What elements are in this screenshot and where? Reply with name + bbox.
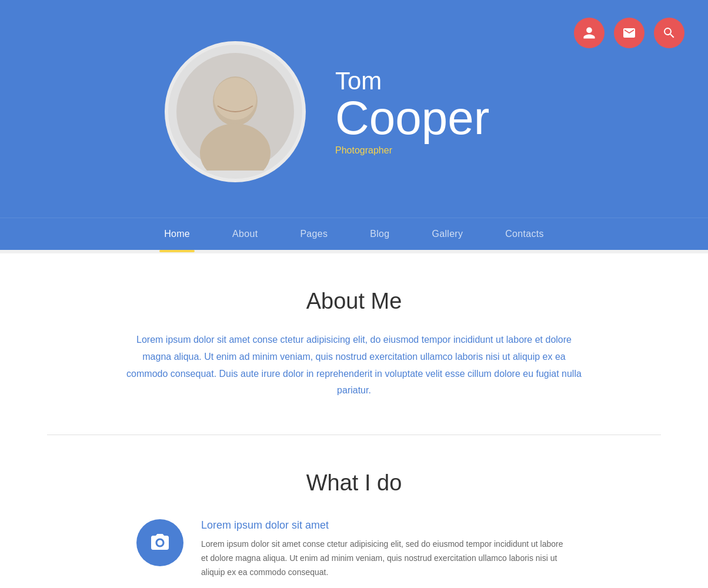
nav-pages[interactable]: Pages bbox=[279, 218, 349, 250]
mail-button[interactable] bbox=[614, 18, 644, 48]
search-button[interactable] bbox=[654, 18, 684, 48]
nav-blog[interactable]: Blog bbox=[349, 218, 410, 250]
nav-about[interactable]: About bbox=[211, 218, 279, 250]
service-icon-circle bbox=[136, 519, 183, 566]
profile-info: Tom Cooper Photographer bbox=[335, 68, 489, 156]
person-button[interactable] bbox=[574, 18, 605, 48]
last-name: Cooper bbox=[335, 95, 489, 142]
mail-icon bbox=[622, 26, 636, 40]
service-item: Lorem ipsum dolor sit amet Lorem ipsum d… bbox=[113, 519, 595, 579]
search-icon bbox=[662, 26, 676, 40]
person-icon bbox=[582, 26, 596, 40]
service-text: Lorem ipsum dolor sit amet conse ctetur … bbox=[201, 537, 572, 579]
header-icons bbox=[574, 18, 684, 48]
what-i-do-title: What I do bbox=[113, 470, 595, 496]
svg-point-3 bbox=[214, 78, 256, 120]
camera-icon bbox=[149, 532, 171, 553]
avatar-image bbox=[176, 53, 294, 171]
what-i-do-section: What I do Lorem ipsum dolor sit amet Lor… bbox=[89, 435, 619, 588]
nav-gallery[interactable]: Gallery bbox=[410, 218, 484, 250]
first-name: Tom bbox=[335, 68, 489, 95]
about-me-title: About Me bbox=[125, 289, 583, 314]
about-me-section: About Me Lorem ipsum dolor sit amet cons… bbox=[113, 253, 595, 435]
profile-area: Tom Cooper Photographer bbox=[0, 24, 708, 218]
avatar bbox=[165, 41, 306, 182]
nav-home[interactable]: Home bbox=[143, 218, 211, 250]
service-content: Lorem ipsum dolor sit amet Lorem ipsum d… bbox=[201, 519, 572, 579]
nav-contacts[interactable]: Contacts bbox=[484, 218, 565, 250]
profession: Photographer bbox=[335, 145, 489, 156]
service-title: Lorem ipsum dolor sit amet bbox=[201, 519, 572, 532]
about-me-text: Lorem ipsum dolor sit amet conse ctetur … bbox=[125, 332, 583, 399]
header: Tom Cooper Photographer Home About Pages… bbox=[0, 0, 708, 250]
navigation: Home About Pages Blog Gallery Contacts bbox=[0, 218, 708, 250]
